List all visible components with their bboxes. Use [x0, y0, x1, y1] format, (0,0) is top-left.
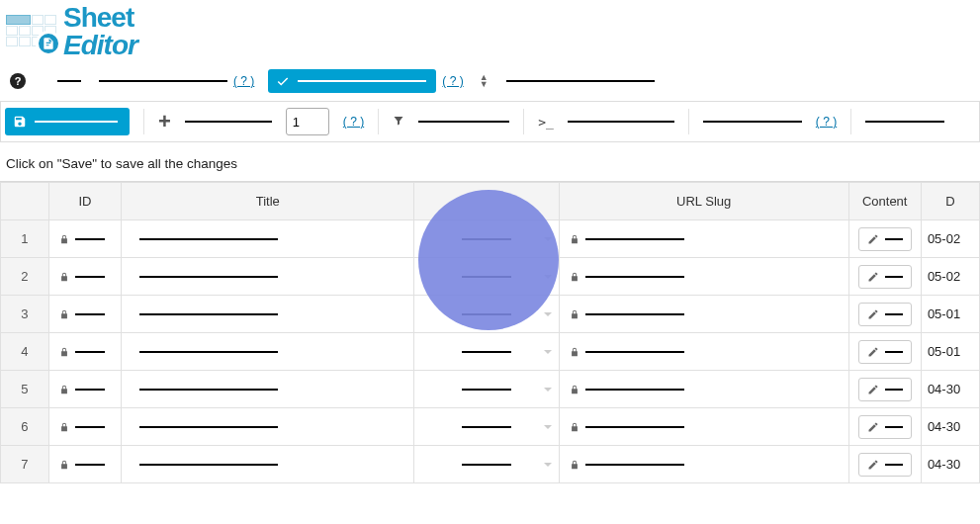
- pencil-icon: [867, 308, 879, 320]
- tool-label-redacted: [865, 121, 944, 123]
- cell-date[interactable]: 05-01: [921, 296, 979, 333]
- cell-slug[interactable]: [559, 408, 848, 446]
- col-header-content[interactable]: Content: [848, 183, 921, 220]
- row-number[interactable]: 7: [1, 446, 49, 483]
- cell-dropdown[interactable]: [414, 333, 560, 371]
- page-number-input[interactable]: [286, 108, 329, 135]
- cell-content[interactable]: [848, 258, 921, 296]
- cell-content[interactable]: [848, 333, 921, 371]
- cell-dropdown[interactable]: [414, 258, 560, 296]
- help-link-tool[interactable]: ( ? ): [816, 115, 837, 129]
- row-number[interactable]: 6: [1, 408, 49, 446]
- hint-text: Click on "Save" to save all the changes: [0, 142, 980, 181]
- cell-date[interactable]: 05-02: [921, 258, 979, 296]
- cell-title[interactable]: [122, 220, 414, 258]
- pencil-icon: [867, 421, 879, 433]
- col-header-blank[interactable]: [414, 183, 560, 220]
- lock-icon: [570, 422, 579, 432]
- lock-icon: [570, 347, 579, 357]
- help-link-2[interactable]: ( ? ): [442, 74, 463, 88]
- cell-id[interactable]: [48, 220, 122, 258]
- cell-id[interactable]: [48, 408, 122, 446]
- selected-tag[interactable]: [268, 69, 436, 93]
- tool-label-redacted: [703, 121, 802, 123]
- cell-slug[interactable]: [559, 296, 848, 333]
- lock-icon: [570, 309, 579, 319]
- cell-content[interactable]: [848, 220, 921, 258]
- cell-slug[interactable]: [559, 446, 848, 483]
- funnel-icon: [393, 115, 404, 127]
- row-number[interactable]: 5: [1, 371, 49, 408]
- edit-content-button[interactable]: [858, 265, 912, 289]
- edit-content-button[interactable]: [858, 303, 912, 326]
- row-number[interactable]: 2: [1, 258, 49, 296]
- lock-icon: [570, 385, 579, 394]
- lock-icon: [59, 309, 69, 319]
- cell-id[interactable]: [48, 296, 122, 333]
- cell-content[interactable]: [848, 296, 921, 333]
- cell-slug[interactable]: [559, 220, 848, 258]
- check-icon: [276, 74, 290, 88]
- cell-dropdown[interactable]: [414, 220, 560, 258]
- label-redacted: [57, 80, 81, 82]
- table-row: 205-02: [1, 258, 980, 296]
- lock-icon: [570, 460, 579, 470]
- cell-content[interactable]: [848, 446, 921, 483]
- cell-date[interactable]: 04-30: [921, 408, 979, 446]
- cell-date[interactable]: 04-30: [921, 371, 979, 408]
- cell-dropdown[interactable]: [414, 296, 560, 333]
- header-row: ID Title URL Slug Content D: [1, 183, 980, 220]
- cell-date[interactable]: 05-01: [921, 333, 979, 371]
- help-link-1[interactable]: ( ? ): [233, 74, 254, 88]
- lock-icon: [59, 272, 69, 282]
- cell-id[interactable]: [48, 258, 122, 296]
- cell-dropdown[interactable]: [414, 371, 560, 408]
- cell-dropdown[interactable]: [414, 408, 560, 446]
- cell-title[interactable]: [122, 371, 414, 408]
- filter-button[interactable]: [393, 115, 404, 130]
- cell-date[interactable]: 05-02: [921, 220, 979, 258]
- cell-title[interactable]: [122, 446, 414, 483]
- cell-title[interactable]: [122, 333, 414, 371]
- edit-content-button[interactable]: [858, 453, 912, 477]
- table-row: 105-02: [1, 220, 980, 258]
- cell-id[interactable]: [48, 371, 122, 408]
- lock-icon: [59, 422, 69, 432]
- cell-date[interactable]: 04-30: [921, 446, 979, 483]
- table-row: 305-01: [1, 296, 980, 333]
- row-number[interactable]: 3: [1, 296, 49, 333]
- add-button[interactable]: +: [158, 109, 171, 134]
- sort-icon[interactable]: ▲▼: [480, 74, 489, 88]
- cell-content[interactable]: [848, 371, 921, 408]
- cell-content[interactable]: [848, 408, 921, 446]
- col-header-date[interactable]: D: [921, 183, 979, 220]
- help-link-pager[interactable]: ( ? ): [343, 115, 364, 129]
- help-icon[interactable]: ?: [10, 73, 26, 89]
- row-number[interactable]: 4: [1, 333, 49, 371]
- edit-content-button[interactable]: [858, 415, 912, 439]
- cell-title[interactable]: [122, 296, 414, 333]
- col-header-slug[interactable]: URL Slug: [559, 183, 848, 220]
- row-number[interactable]: 1: [1, 220, 49, 258]
- cell-id[interactable]: [48, 446, 122, 483]
- cell-slug[interactable]: [559, 258, 848, 296]
- edit-content-button[interactable]: [858, 227, 912, 251]
- cell-dropdown[interactable]: [414, 446, 560, 483]
- col-header-id[interactable]: ID: [48, 183, 122, 220]
- save-button[interactable]: [5, 108, 130, 135]
- col-header-title[interactable]: Title: [122, 183, 414, 220]
- label-redacted: [99, 80, 227, 82]
- edit-content-button[interactable]: [858, 378, 912, 401]
- lock-icon: [59, 234, 69, 244]
- cell-id[interactable]: [48, 333, 122, 371]
- cell-slug[interactable]: [559, 371, 848, 408]
- cell-slug[interactable]: [559, 333, 848, 371]
- table-row: 405-01: [1, 333, 980, 371]
- cell-title[interactable]: [122, 258, 414, 296]
- edit-content-button[interactable]: [858, 340, 912, 364]
- pencil-icon: [867, 384, 879, 395]
- cell-title[interactable]: [122, 408, 414, 446]
- pencil-icon: [867, 459, 879, 471]
- save-label-redacted: [35, 121, 118, 123]
- toolbar: + ( ? ) >_ ( ? ): [0, 101, 980, 142]
